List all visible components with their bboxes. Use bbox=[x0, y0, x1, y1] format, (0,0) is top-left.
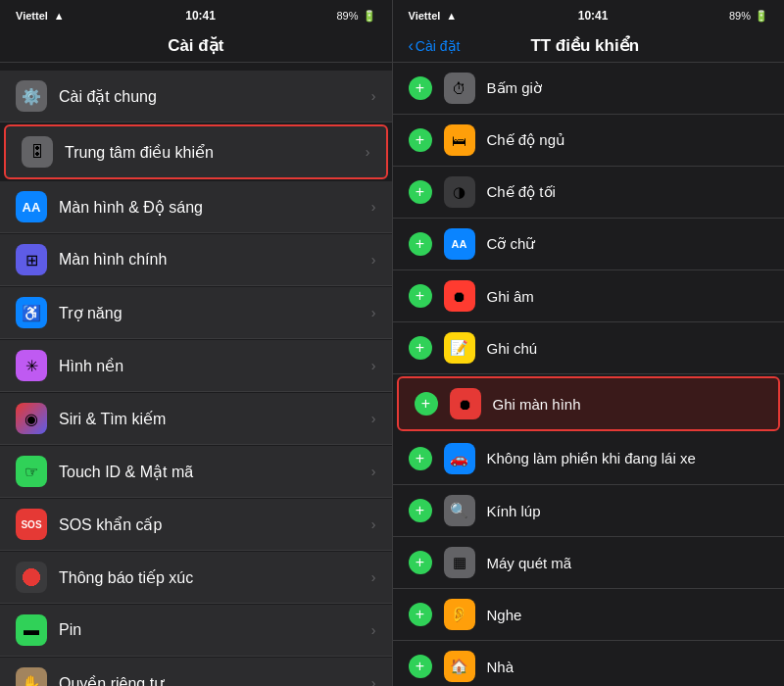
settings-item-trung-tam-dieu-khien[interactable]: 🎛 Trung tâm điều khiển › bbox=[4, 124, 388, 179]
qr-scanner-icon: ▦ bbox=[444, 547, 475, 578]
item-label-trung-tam-dieu-khien: Trung tâm điều khiển bbox=[65, 143, 366, 162]
settings-item-quyen-rieng-tu[interactable]: ✋ Quyền riêng tư › bbox=[0, 658, 392, 686]
add-icon-che-do-toi: + bbox=[409, 180, 432, 204]
magnifier-icon: 🔍 bbox=[444, 495, 475, 526]
label-co-chu: Cỡ chữ bbox=[487, 235, 769, 253]
chevron-icon-11: › bbox=[371, 622, 376, 638]
item-label-siri: Siri & Tìm kiếm bbox=[59, 410, 371, 428]
right-time: 10:41 bbox=[578, 9, 609, 23]
cc-item-ghi-chu[interactable]: + 📝 Ghi chú bbox=[393, 322, 785, 374]
settings-item-touch-id[interactable]: ☞ Touch ID & Mật mã › bbox=[0, 446, 392, 498]
label-khong-lam-phien: Không làm phiền khi đang lái xe bbox=[487, 450, 769, 467]
add-icon-ghi-chu: + bbox=[409, 336, 432, 360]
add-icon-may-quet-ma: + bbox=[409, 551, 432, 574]
cc-item-ghi-am[interactable]: + ⏺ Ghi âm bbox=[393, 270, 785, 322]
sos-icon: SOS bbox=[16, 509, 47, 540]
cc-item-co-chu[interactable]: + AA Cỡ chữ bbox=[393, 219, 785, 270]
right-status-bar: Viettel ▲ 10:41 89% 🔋 bbox=[393, 0, 785, 27]
accessibility-icon: ♿ bbox=[16, 297, 47, 328]
battery-settings-icon: ▬ bbox=[16, 614, 47, 646]
label-che-do-ngu: Chế độ ngủ bbox=[487, 131, 769, 149]
cc-item-nha[interactable]: + 🏠 Nhà bbox=[393, 641, 785, 686]
settings-item-man-hinh-chinh[interactable]: ⊞ Màn hình chính › bbox=[0, 234, 392, 286]
cc-item-bam-gio[interactable]: + ⏱ Bấm giờ bbox=[393, 63, 785, 115]
control-center-list: + ⏱ Bấm giờ + 🛏 Chế độ ngủ + ◑ Chế độ tố… bbox=[393, 63, 785, 686]
settings-item-hinh-nen[interactable]: ✳ Hình nền › bbox=[0, 340, 392, 392]
item-label-pin: Pin bbox=[59, 621, 371, 639]
add-icon-co-chu: + bbox=[409, 232, 432, 256]
chevron-icon-9: › bbox=[371, 516, 376, 532]
settings-item-pin[interactable]: ▬ Pin › bbox=[0, 605, 392, 657]
right-wifi-icon: ▲ bbox=[446, 10, 457, 22]
chevron-icon-3: › bbox=[371, 199, 376, 215]
screen-record-icon: ⏺ bbox=[450, 388, 481, 419]
hearing-icon: 👂 bbox=[444, 599, 475, 630]
gear-icon: ⚙️ bbox=[16, 80, 47, 112]
cc-item-ghi-man-hinh[interactable]: + ⏺ Ghi màn hình bbox=[397, 376, 781, 431]
cc-item-may-quet-ma[interactable]: + ▦ Máy quét mã bbox=[393, 537, 785, 589]
right-battery: 89% 🔋 bbox=[729, 10, 768, 23]
label-ghi-chu: Ghi chú bbox=[487, 340, 769, 357]
item-label-thong-bao: Thông báo tiếp xúc bbox=[59, 568, 371, 587]
add-icon-nha: + bbox=[409, 655, 432, 678]
display-icon: AA bbox=[16, 191, 47, 222]
battery-icon: 🔋 bbox=[363, 10, 376, 23]
left-status-bar: Viettel ▲ 10:41 89% 🔋 bbox=[0, 0, 392, 27]
right-battery-icon: 🔋 bbox=[755, 10, 768, 23]
timer-icon: ⏱ bbox=[444, 73, 475, 104]
siri-icon: ◉ bbox=[16, 403, 47, 434]
left-carrier: Viettel ▲ bbox=[16, 10, 65, 22]
back-button[interactable]: ‹ Cài đặt bbox=[409, 37, 461, 55]
text-size-icon: AA bbox=[444, 228, 475, 260]
sleep-icon: 🛏 bbox=[444, 124, 475, 156]
home-icon: 🏠 bbox=[444, 651, 475, 682]
left-nav-header: Cài đặt bbox=[0, 27, 392, 63]
cc-item-kinh-lup[interactable]: + 🔍 Kính lúp bbox=[393, 485, 785, 537]
settings-item-thong-bao[interactable]: Thông báo tiếp xúc › bbox=[0, 552, 392, 604]
dark-mode-icon: ◑ bbox=[444, 176, 475, 208]
item-label-man-hinh-do-sang: Màn hình & Độ sáng bbox=[59, 198, 371, 217]
chevron-icon-5: › bbox=[371, 305, 376, 320]
settings-item-man-hinh-do-sang[interactable]: AA Màn hình & Độ sáng › bbox=[0, 181, 392, 233]
label-ghi-man-hinh: Ghi màn hình bbox=[493, 396, 763, 413]
privacy-icon: ✋ bbox=[16, 667, 47, 686]
item-label-touch-id: Touch ID & Mật mã bbox=[59, 463, 371, 481]
left-battery: 89% 🔋 bbox=[336, 10, 375, 23]
settings-item-siri[interactable]: ◉ Siri & Tìm kiếm › bbox=[0, 393, 392, 445]
left-phone-panel: Viettel ▲ 10:41 89% 🔋 Cài đặt ⚙️ Cài đặt… bbox=[0, 0, 392, 686]
settings-item-cai-dat-chung[interactable]: ⚙️ Cài đặt chung › bbox=[0, 71, 392, 122]
chevron-icon: › bbox=[371, 88, 376, 104]
label-bam-gio: Bấm giờ bbox=[487, 79, 769, 97]
left-battery-text: 89% bbox=[336, 10, 358, 22]
label-nha: Nhà bbox=[487, 659, 769, 675]
item-label-tro-nang: Trợ năng bbox=[59, 304, 371, 322]
back-label: Cài đặt bbox=[416, 38, 461, 54]
chevron-icon-2: › bbox=[366, 144, 370, 160]
left-carrier-text: Viettel bbox=[16, 10, 48, 22]
label-ghi-am: Ghi âm bbox=[487, 288, 769, 305]
add-icon-khong-lam-phien: + bbox=[409, 447, 432, 470]
item-label-sos: SOS khẩn cấp bbox=[59, 515, 371, 534]
right-carrier-text: Viettel bbox=[409, 10, 441, 22]
driving-focus-icon: 🚗 bbox=[444, 443, 475, 474]
settings-item-tro-nang[interactable]: ♿ Trợ năng › bbox=[0, 287, 392, 339]
add-icon-nghe: + bbox=[409, 603, 432, 626]
chevron-icon-10: › bbox=[371, 569, 376, 585]
item-label-cai-dat-chung: Cài đặt chung bbox=[59, 87, 371, 106]
right-nav-header: ‹ Cài đặt TT điều khiển bbox=[393, 27, 785, 63]
wifi-icon: ▲ bbox=[54, 10, 65, 22]
cc-item-nghe[interactable]: + 👂 Nghe bbox=[393, 589, 785, 641]
notes-icon: 📝 bbox=[444, 332, 475, 364]
label-che-do-toi: Chế độ tối bbox=[487, 183, 769, 201]
left-time: 10:41 bbox=[185, 9, 216, 23]
right-phone-panel: Viettel ▲ 10:41 89% 🔋 ‹ Cài đặt TT điều … bbox=[393, 0, 785, 686]
chevron-icon-6: › bbox=[371, 358, 376, 373]
right-battery-text: 89% bbox=[729, 10, 751, 22]
settings-item-sos[interactable]: SOS SOS khẩn cấp › bbox=[0, 499, 392, 551]
cc-item-che-do-ngu[interactable]: + 🛏 Chế độ ngủ bbox=[393, 115, 785, 167]
cc-item-khong-lam-phien[interactable]: + 🚗 Không làm phiền khi đang lái xe bbox=[393, 433, 785, 485]
exposure-notification-icon bbox=[16, 562, 47, 593]
add-icon-ghi-am: + bbox=[409, 284, 432, 308]
cc-item-che-do-toi[interactable]: + ◑ Chế độ tối bbox=[393, 167, 785, 219]
add-icon-bam-gio: + bbox=[409, 76, 432, 100]
